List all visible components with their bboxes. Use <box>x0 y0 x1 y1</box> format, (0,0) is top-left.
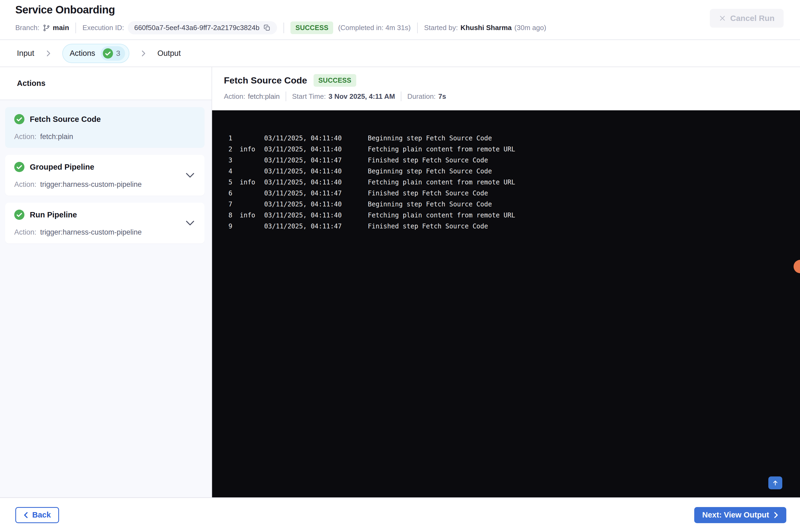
back-button[interactable]: Back <box>15 507 59 523</box>
log-line-timestamp: 03/11/2025, 04:11:40 <box>264 144 368 155</box>
chevron-right-icon <box>46 50 51 57</box>
detail-title: Fetch Source Code <box>224 75 307 86</box>
action-card-title: Grouped Pipeline <box>30 163 94 172</box>
actions-sidebar: Actions Fetch Source Code Action: fetch:… <box>0 67 212 497</box>
copy-icon[interactable] <box>264 24 271 32</box>
cancel-run-label: Cancel Run <box>730 14 775 23</box>
log-line-level: info <box>240 210 264 221</box>
actions-list: Fetch Source Code Action: fetch:plain <box>0 100 212 497</box>
log-line-number: 3 <box>228 155 240 166</box>
log-console[interactable]: 1 03/11/2025, 04:11:40 Beginning step Fe… <box>212 110 800 497</box>
detail-action-value: fetch:plain <box>248 92 280 101</box>
log-line-number: 2 <box>228 144 240 155</box>
started-by-name: Khushi Sharma <box>460 24 512 32</box>
next-button-label: Next: View Output <box>702 511 769 519</box>
log-line-message: Finished step Fetch Source Code <box>368 155 789 166</box>
action-value: fetch:plain <box>40 133 73 141</box>
log-line-timestamp: 03/11/2025, 04:11:47 <box>264 221 368 232</box>
log-line: 9 03/11/2025, 04:11:47 Finished step Fet… <box>228 221 789 232</box>
log-line-timestamp: 03/11/2025, 04:11:40 <box>264 210 368 221</box>
started-ago-text: (30m ago) <box>514 24 546 32</box>
divider <box>75 22 76 33</box>
log-line-message: Beginning step Fetch Source Code <box>368 166 789 177</box>
log-line-timestamp: 03/11/2025, 04:11:47 <box>264 188 368 199</box>
log-line-timestamp: 03/11/2025, 04:11:40 <box>264 166 368 177</box>
action-card-meta: Action: trigger:harness-custom-pipeline <box>14 180 195 189</box>
detail-start-value: 3 Nov 2025, 4:11 AM <box>329 92 395 101</box>
log-line-level <box>240 199 264 210</box>
check-circle-icon <box>14 162 24 172</box>
log-line-number: 1 <box>228 133 240 144</box>
check-circle-icon <box>103 48 113 58</box>
action-value: trigger:harness-custom-pipeline <box>40 228 142 236</box>
branch-label: Branch: <box>15 24 39 32</box>
action-label: Action: <box>14 133 37 141</box>
started-by-label: Started by: <box>424 24 458 32</box>
branch-value: main <box>53 24 69 32</box>
status-badge: SUCCESS <box>290 21 333 34</box>
log-line-level <box>240 133 264 144</box>
cancel-run-button[interactable]: Cancel Run <box>710 9 784 27</box>
check-circle-icon <box>14 114 24 124</box>
back-button-label: Back <box>32 511 51 519</box>
divider <box>401 92 401 101</box>
log-line-level <box>240 166 264 177</box>
action-value: trigger:harness-custom-pipeline <box>40 180 142 189</box>
detail-start-label: Start Time: <box>292 92 326 101</box>
chevron-left-icon <box>24 512 28 518</box>
log-line-number: 6 <box>228 188 240 199</box>
log-line: 4 03/11/2025, 04:11:40 Beginning step Fe… <box>228 166 789 177</box>
arrow-up-icon <box>772 479 779 487</box>
action-card-title: Run Pipeline <box>30 210 77 219</box>
execution-id-pill: 660f50a7-5eef-43a6-9ff7-2a2179c3824b <box>128 21 277 34</box>
sidebar-heading: Actions <box>0 67 212 100</box>
log-line-number: 8 <box>228 210 240 221</box>
chevron-down-icon[interactable] <box>186 173 194 178</box>
execution-id-label: Execution ID: <box>82 24 124 32</box>
log-line: 3 03/11/2025, 04:11:47 Finished step Fet… <box>228 155 789 166</box>
log-line: 5 info 03/11/2025, 04:11:40 Fetching pla… <box>228 177 789 188</box>
chevron-down-icon[interactable] <box>186 221 194 226</box>
execution-meta-row: Branch: main Execution ID: 660f50a7-5eef… <box>15 21 800 34</box>
git-branch-icon <box>43 24 50 32</box>
divider <box>417 22 418 33</box>
wizard-footer: Back Next: View Output <box>0 497 800 532</box>
log-line: 1 03/11/2025, 04:11:40 Beginning step Fe… <box>228 133 789 144</box>
chevron-right-icon <box>774 512 778 518</box>
action-card[interactable]: Run Pipeline Action: trigger:harness-cus… <box>5 203 205 244</box>
detail-status-badge: SUCCESS <box>313 74 356 87</box>
tab-output[interactable]: Output <box>157 49 181 58</box>
log-line-number: 5 <box>228 177 240 188</box>
tab-actions[interactable]: Actions 3 <box>62 44 130 63</box>
log-line-message: Finished step Fetch Source Code <box>368 221 789 232</box>
detail-meta-row: Action: fetch:plain Start Time: 3 Nov 20… <box>224 92 800 101</box>
log-line-message: Beginning step Fetch Source Code <box>368 133 789 144</box>
log-line: 7 03/11/2025, 04:11:40 Beginning step Fe… <box>228 199 789 210</box>
action-label: Action: <box>14 228 37 236</box>
tab-input[interactable]: Input <box>17 49 34 58</box>
action-card-meta: Action: trigger:harness-custom-pipeline <box>14 228 195 236</box>
detail-header: Fetch Source Code SUCCESS Action: fetch:… <box>212 67 800 110</box>
log-line-message: Fetching plain content from remote URL <box>368 177 789 188</box>
next-view-output-button[interactable]: Next: View Output <box>694 507 786 523</box>
tab-actions-count: 3 <box>116 49 120 58</box>
log-line-level <box>240 221 264 232</box>
log-line-timestamp: 03/11/2025, 04:11:40 <box>264 177 368 188</box>
log-line-message: Finished step Fetch Source Code <box>368 188 789 199</box>
log-line-number: 9 <box>228 221 240 232</box>
divider <box>286 92 286 101</box>
log-line: 6 03/11/2025, 04:11:47 Finished step Fet… <box>228 188 789 199</box>
check-circle-icon <box>14 210 24 220</box>
action-card-title-row: Grouped Pipeline <box>14 162 195 172</box>
action-card-title: Fetch Source Code <box>30 115 101 124</box>
log-line: 8 info 03/11/2025, 04:11:40 Fetching pla… <box>228 210 789 221</box>
tab-actions-count-badge: 3 <box>101 46 126 61</box>
log-line-number: 4 <box>228 166 240 177</box>
action-card[interactable]: Fetch Source Code Action: fetch:plain <box>5 107 205 148</box>
scroll-to-top-button[interactable] <box>768 476 782 489</box>
log-line-level <box>240 155 264 166</box>
close-icon <box>719 15 726 22</box>
action-detail-panel: Fetch Source Code SUCCESS Action: fetch:… <box>212 67 800 497</box>
log-line-message: Beginning step Fetch Source Code <box>368 199 789 210</box>
action-card[interactable]: Grouped Pipeline Action: trigger:harness… <box>5 155 205 196</box>
